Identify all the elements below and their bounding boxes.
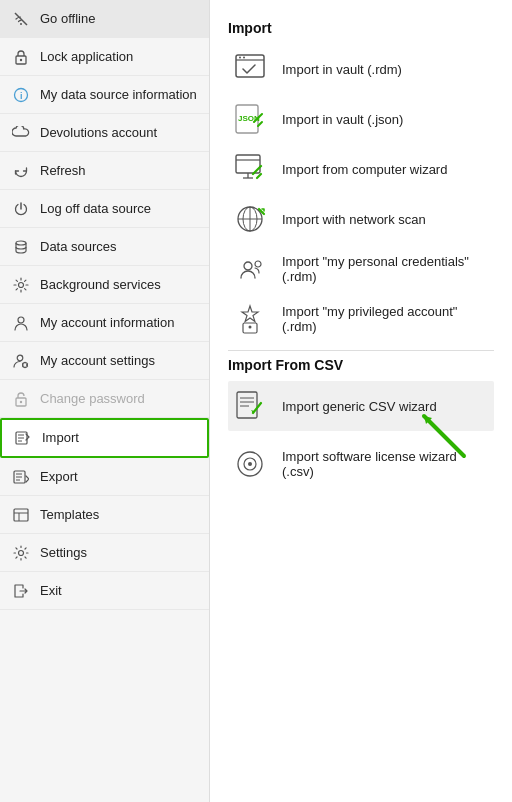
sidebar-item-background-services[interactable]: Background services — [0, 266, 209, 304]
network-scan-icon — [234, 201, 270, 237]
vault-rdm-icon — [234, 51, 270, 87]
svg-point-38 — [244, 262, 252, 270]
csv-wizard-icon — [234, 388, 270, 424]
svg-point-49 — [248, 462, 252, 466]
sidebar-item-templates[interactable]: Templates — [0, 496, 209, 534]
sidebar-item-label-my-account-information: My account information — [40, 315, 174, 331]
svg-point-2 — [20, 58, 22, 60]
sidebar-item-import[interactable]: Import — [0, 418, 209, 458]
main-content: Import Import in vault (.rdm) JSON — [210, 0, 512, 802]
database-icon — [12, 238, 30, 256]
import-label-vault-json: Import in vault (.json) — [282, 112, 403, 127]
svg-point-11 — [20, 400, 22, 402]
computer-wizard-icon — [234, 151, 270, 187]
sidebar-item-label-exit: Exit — [40, 583, 62, 599]
sidebar-item-label-data-sources: Data sources — [40, 239, 117, 255]
svg-text:i: i — [20, 91, 23, 101]
sidebar-item-label-my-account-settings: My account settings — [40, 353, 155, 369]
import-item-computer-wizard[interactable]: Import from computer wizard — [228, 144, 494, 194]
account-settings-icon — [12, 352, 30, 370]
sidebar-item-label-lock-application: Lock application — [40, 49, 133, 65]
sidebar-item-change-password[interactable]: Change password — [0, 380, 209, 418]
sidebar-item-label-log-off-data-source: Log off data source — [40, 201, 151, 217]
sidebar-item-label-background-services: Background services — [40, 277, 161, 293]
refresh-icon — [12, 162, 30, 180]
import-label-vault-rdm: Import in vault (.rdm) — [282, 62, 402, 77]
svg-rect-42 — [237, 392, 257, 418]
sidebar-item-label-import: Import — [42, 430, 79, 446]
sidebar-item-my-data-source-info[interactable]: i My data source information — [0, 76, 209, 114]
svg-point-41 — [249, 326, 252, 329]
svg-point-27 — [243, 57, 245, 59]
green-arrow-indicator — [404, 396, 474, 466]
personal-creds-icon — [234, 251, 270, 287]
datasource-info-icon: i — [12, 86, 30, 104]
sidebar-item-label-devolutions-account: Devolutions account — [40, 125, 157, 141]
lock-open-icon — [12, 390, 30, 408]
import-item-vault-rdm[interactable]: Import in vault (.rdm) — [228, 44, 494, 94]
sidebar-item-my-account-settings[interactable]: My account settings — [0, 342, 209, 380]
sidebar-item-label-export: Export — [40, 469, 78, 485]
account-info-icon — [12, 314, 30, 332]
sidebar-item-label-my-data-source-info: My data source information — [40, 87, 197, 103]
svg-point-5 — [16, 241, 26, 245]
sidebar-item-refresh[interactable]: Refresh — [0, 152, 209, 190]
exit-icon — [12, 582, 30, 600]
sidebar-item-label-change-password: Change password — [40, 391, 145, 407]
svg-point-23 — [19, 550, 24, 555]
sidebar-item-log-off-data-source[interactable]: Log off data source — [0, 190, 209, 228]
sidebar-item-settings[interactable]: Settings — [0, 534, 209, 572]
svg-point-39 — [255, 261, 261, 267]
sidebar-item-lock-application[interactable]: Lock application — [0, 38, 209, 76]
templates-icon — [12, 506, 30, 524]
import-item-privileged-account[interactable]: Import "my privileged account" (.rdm) — [228, 294, 494, 344]
svg-point-7 — [18, 317, 24, 323]
import-section-title: Import — [228, 20, 494, 36]
svg-rect-20 — [14, 509, 28, 521]
import-label-personal-credentials: Import "my personal credentials" (.rdm) — [282, 254, 488, 284]
sidebar-item-devolutions-account[interactable]: Devolutions account — [0, 114, 209, 152]
svg-point-6 — [19, 282, 24, 287]
power-icon — [12, 200, 30, 218]
import-label-privileged-account: Import "my privileged account" (.rdm) — [282, 304, 488, 334]
import-item-vault-json[interactable]: JSON Import in vault (.json) — [228, 94, 494, 144]
svg-point-8 — [17, 355, 23, 361]
section-divider — [228, 350, 494, 351]
services-icon — [12, 276, 30, 294]
sidebar-item-exit[interactable]: Exit — [0, 572, 209, 610]
import-label-network-scan: Import with network scan — [282, 212, 426, 227]
import-csv-wrapper: Import generic CSV wizard — [228, 381, 494, 431]
import-icon — [14, 429, 32, 447]
sidebar-item-export[interactable]: Export — [0, 458, 209, 496]
software-license-icon — [234, 446, 270, 482]
sidebar-item-my-account-information[interactable]: My account information — [0, 304, 209, 342]
lock-icon — [12, 48, 30, 66]
sidebar-item-label-templates: Templates — [40, 507, 99, 523]
privileged-account-icon — [234, 301, 270, 337]
import-item-personal-credentials[interactable]: Import "my personal credentials" (.rdm) — [228, 244, 494, 294]
gear-icon — [12, 544, 30, 562]
svg-point-26 — [239, 57, 241, 59]
vault-json-icon: JSON — [234, 101, 270, 137]
sidebar-item-label-settings: Settings — [40, 545, 87, 561]
cloud-icon — [12, 124, 30, 142]
sidebar-item-go-offline[interactable]: Go offline — [0, 0, 209, 38]
import-item-network-scan[interactable]: Import with network scan — [228, 194, 494, 244]
wifi-off-icon — [12, 10, 30, 28]
sidebar-item-data-sources[interactable]: Data sources — [0, 228, 209, 266]
sidebar-item-label-refresh: Refresh — [40, 163, 86, 179]
export-icon — [12, 468, 30, 486]
import-csv-section-title: Import From CSV — [228, 357, 494, 373]
import-label-computer-wizard: Import from computer wizard — [282, 162, 447, 177]
sidebar-item-label-go-offline: Go offline — [40, 11, 95, 27]
sidebar: Go offline Lock application i My data so… — [0, 0, 210, 802]
